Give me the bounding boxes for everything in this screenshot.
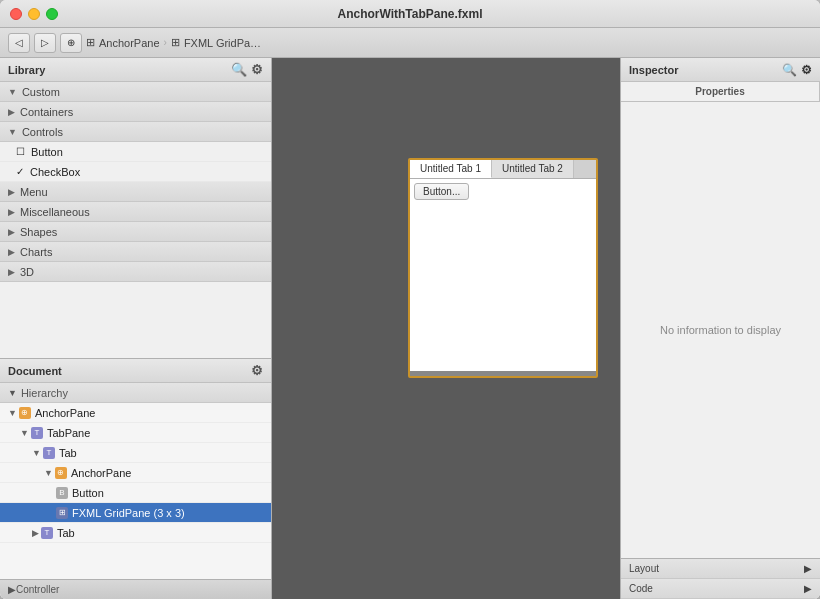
library-category-menu[interactable]: ▶ Menu bbox=[0, 182, 271, 202]
inspector-title: Inspector bbox=[629, 64, 679, 76]
inspector-layout-tab[interactable]: Layout ▶ bbox=[621, 559, 820, 579]
breadcrumb-icon-anchor: ⊞ bbox=[86, 36, 95, 49]
hier-item-tab-1[interactable]: ▼ T Tab bbox=[0, 443, 271, 463]
charts-arrow-icon: ▶ bbox=[8, 247, 15, 257]
anchorpane-nested-icon: ⊕ bbox=[55, 467, 67, 479]
anchorpane-nested-arrow-icon: ▼ bbox=[44, 468, 53, 478]
preview-button[interactable]: Button... bbox=[414, 183, 469, 200]
hier-item-gridpane-label: FXML GridPane (3 x 3) bbox=[72, 507, 185, 519]
inspector-settings-icon[interactable]: ⚙ bbox=[801, 63, 812, 77]
tabpane-arrow-icon: ▼ bbox=[20, 428, 29, 438]
hierarchy-list: ▼ ⊕ AnchorPane ▼ T TabPane ▼ T Tab bbox=[0, 403, 271, 579]
breadcrumb-anchorpane[interactable]: AnchorPane bbox=[99, 37, 160, 49]
window-controls bbox=[10, 8, 58, 20]
hier-item-tab2-label: Tab bbox=[57, 527, 75, 539]
button-icon: ☐ bbox=[16, 146, 25, 157]
document-section: Document ⚙ ▼ Hierarchy ▼ ⊕ AnchorPane bbox=[0, 359, 271, 599]
minimize-button[interactable] bbox=[28, 8, 40, 20]
misc-arrow-icon: ▶ bbox=[8, 207, 15, 217]
hier-item-anchorpane-root[interactable]: ▼ ⊕ AnchorPane bbox=[0, 403, 271, 423]
controller-label: Controller bbox=[16, 584, 59, 595]
close-button[interactable] bbox=[10, 8, 22, 20]
left-panel: Library 🔍 ⚙ ▼ Custom ▶ Containe bbox=[0, 58, 272, 599]
breadcrumb-icon-grid: ⊞ bbox=[171, 36, 180, 49]
hier-item-anchorpane-nested-label: AnchorPane bbox=[71, 467, 132, 479]
tabpane-icon: T bbox=[31, 427, 43, 439]
breadcrumb: ⊞ AnchorPane › ⊞ FXML GridPa… bbox=[86, 36, 261, 49]
hier-item-anchorpane-nested[interactable]: ▼ ⊕ AnchorPane bbox=[0, 463, 271, 483]
hierarchy-arrow-icon: ▼ bbox=[8, 388, 17, 398]
preview-tab-2[interactable]: Untitled Tab 2 bbox=[492, 160, 574, 178]
hier-item-tab1-label: Tab bbox=[59, 447, 77, 459]
library-settings-icon[interactable]: ⚙ bbox=[251, 62, 263, 77]
library-title: Library bbox=[8, 64, 45, 76]
hier-item-button[interactable]: B Button bbox=[0, 483, 271, 503]
inspector-bottom-tabs: Layout ▶ Code ▶ bbox=[621, 558, 820, 599]
library-category-misc[interactable]: ▶ Miscellaneous bbox=[0, 202, 271, 222]
inspector-code-arrow-icon: ▶ bbox=[804, 583, 812, 594]
inspector-layout-label: Layout bbox=[629, 563, 659, 574]
library-item-button[interactable]: ☐ Button bbox=[0, 142, 271, 162]
tab2-arrow-icon: ▶ bbox=[32, 528, 39, 538]
toolbar-forward-button[interactable]: ▷ bbox=[34, 33, 56, 53]
custom-arrow-icon: ▼ bbox=[8, 87, 17, 97]
library-category-custom[interactable]: ▼ Custom bbox=[0, 82, 271, 102]
menu-arrow-icon: ▶ bbox=[8, 187, 15, 197]
gridpane-icon: ⊞ bbox=[56, 507, 68, 519]
document-header: Document ⚙ bbox=[0, 359, 271, 383]
tab2-icon: T bbox=[41, 527, 53, 539]
preview-tab-content: Button... bbox=[410, 179, 596, 371]
maximize-button[interactable] bbox=[46, 8, 58, 20]
hier-item-gridpane[interactable]: ⊞ FXML GridPane (3 x 3) bbox=[0, 503, 271, 523]
hier-item-tabpane[interactable]: ▼ T TabPane bbox=[0, 423, 271, 443]
inspector-code-tab[interactable]: Code ▶ bbox=[621, 579, 820, 599]
library-category-misc-label: Miscellaneous bbox=[20, 206, 90, 218]
inspector-panel: Inspector 🔍 ⚙ Properties No information … bbox=[620, 58, 820, 599]
inspector-header: Inspector 🔍 ⚙ bbox=[621, 58, 820, 82]
button-hier-icon: B bbox=[56, 487, 68, 499]
library-search-icon[interactable]: 🔍 bbox=[231, 62, 247, 77]
library-category-charts-label: Charts bbox=[20, 246, 52, 258]
hierarchy-header: ▼ Hierarchy bbox=[0, 383, 271, 403]
library-category-containers-label: Containers bbox=[20, 106, 73, 118]
library-category-shapes-label: Shapes bbox=[20, 226, 57, 238]
hier-item-tabpane-label: TabPane bbox=[47, 427, 90, 439]
library-category-shapes[interactable]: ▶ Shapes bbox=[0, 222, 271, 242]
inspector-content: No information to display bbox=[621, 102, 820, 558]
toolbar-home-button[interactable]: ⊕ bbox=[60, 33, 82, 53]
window-title: AnchorWithTabPane.fxml bbox=[337, 7, 482, 21]
anchorpane-root-arrow-icon: ▼ bbox=[8, 408, 17, 418]
main-window: AnchorWithTabPane.fxml ◁ ▷ ⊕ ⊞ AnchorPan… bbox=[0, 0, 820, 599]
breadcrumb-separator: › bbox=[164, 37, 167, 48]
library-category-3d[interactable]: ▶ 3D bbox=[0, 262, 271, 282]
library-category-custom-label: Custom bbox=[22, 86, 60, 98]
preview-window: Untitled Tab 1 Untitled Tab 2 Button... bbox=[408, 158, 598, 378]
preview-tab-1[interactable]: Untitled Tab 1 bbox=[410, 160, 492, 178]
controller-arrow-icon: ▶ bbox=[8, 584, 16, 595]
document-bottom-bar: ▶ Controller bbox=[0, 579, 271, 599]
inspector-search-icon[interactable]: 🔍 bbox=[782, 63, 797, 77]
canvas-area: Untitled Tab 1 Untitled Tab 2 Button... bbox=[272, 58, 620, 599]
library-list: ▼ Custom ▶ Containers ▼ Controls bbox=[0, 82, 271, 358]
inspector-tab-properties[interactable]: Properties bbox=[621, 82, 820, 101]
document-title: Document bbox=[8, 365, 62, 377]
library-category-charts[interactable]: ▶ Charts bbox=[0, 242, 271, 262]
main-content: Library 🔍 ⚙ ▼ Custom ▶ Containe bbox=[0, 58, 820, 599]
document-settings-icon[interactable]: ⚙ bbox=[251, 363, 263, 378]
checkbox-icon: ✓ bbox=[16, 166, 24, 177]
library-category-containers[interactable]: ▶ Containers bbox=[0, 102, 271, 122]
tab1-icon: T bbox=[43, 447, 55, 459]
inspector-code-label: Code bbox=[629, 583, 653, 594]
library-section: Library 🔍 ⚙ ▼ Custom ▶ Containe bbox=[0, 58, 271, 359]
toolbar-back-button[interactable]: ◁ bbox=[8, 33, 30, 53]
library-category-controls-label: Controls bbox=[22, 126, 63, 138]
library-header-icons: 🔍 ⚙ bbox=[231, 62, 263, 77]
library-category-controls[interactable]: ▼ Controls bbox=[0, 122, 271, 142]
shapes-arrow-icon: ▶ bbox=[8, 227, 15, 237]
library-category-3d-label: 3D bbox=[20, 266, 34, 278]
library-item-button-label: Button bbox=[31, 146, 63, 158]
controls-arrow-icon: ▼ bbox=[8, 127, 17, 137]
library-item-checkbox[interactable]: ✓ CheckBox bbox=[0, 162, 271, 182]
breadcrumb-gridpane[interactable]: FXML GridPa… bbox=[184, 37, 261, 49]
hier-item-tab-2[interactable]: ▶ T Tab bbox=[0, 523, 271, 543]
